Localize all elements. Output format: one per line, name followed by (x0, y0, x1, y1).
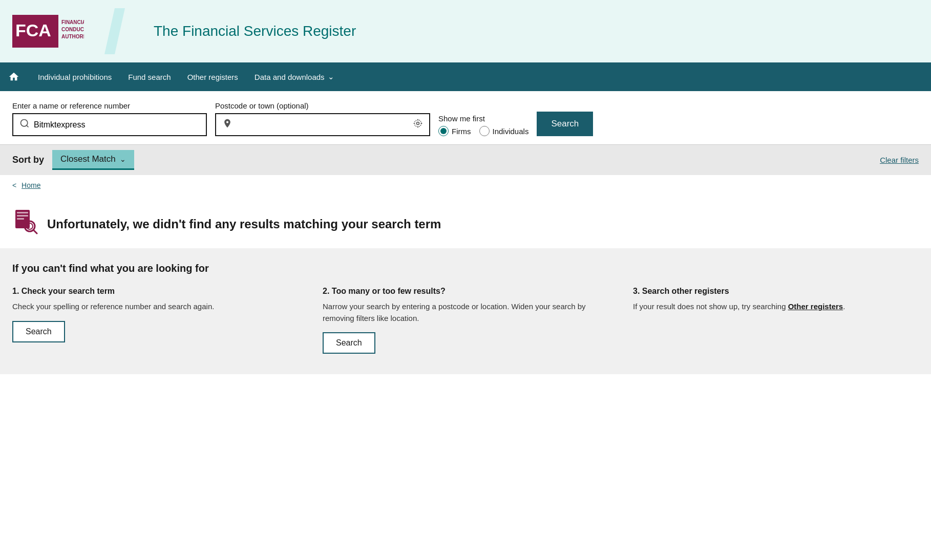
postcode-search-wrapper (215, 113, 430, 136)
svg-point-7 (417, 122, 419, 125)
show-me-group: Show me first Firms Individuals (438, 114, 528, 136)
svg-point-8 (414, 120, 421, 126)
svg-text:AUTHORITY: AUTHORITY (61, 34, 84, 39)
no-results-message: Unfortunately, we didn't find any result… (47, 217, 441, 231)
breadcrumb-home-link[interactable]: Home (22, 181, 40, 189)
search-row: Enter a name or reference number Postcod… (12, 101, 919, 136)
radio-individuals-label: Individuals (493, 127, 529, 136)
search-area: Enter a name or reference number Postcod… (0, 91, 931, 145)
header-divider (104, 8, 125, 54)
svg-text:FCA: FCA (15, 20, 51, 40)
svg-point-5 (21, 120, 28, 126)
page-header: FCA FINANCIAL CONDUCT AUTHORITY The Fina… (0, 0, 931, 62)
help-col-2: 2. Too many or too few results? Narrow y… (323, 287, 608, 354)
name-search-wrapper (12, 113, 207, 136)
svg-rect-11 (17, 215, 28, 217)
nav-individual-prohibitions[interactable]: Individual prohibitions (30, 63, 120, 91)
name-search-input[interactable] (34, 120, 200, 130)
sort-selected-value: Closest Match (60, 154, 116, 164)
radio-firms-label: Firms (452, 127, 471, 136)
radio-firms-option[interactable]: Firms (438, 126, 471, 136)
help-col3-title: 3. Search other registers (633, 287, 919, 296)
help-col2-text: Narrow your search by entering a postcod… (323, 301, 608, 324)
no-results-section: Unfortunately, we didn't find any result… (0, 196, 931, 248)
help-col-3: 3. Search other registers If your result… (633, 287, 919, 354)
svg-rect-12 (17, 218, 24, 220)
svg-text:FINANCIAL: FINANCIAL (61, 19, 84, 25)
sort-chevron-icon: ⌄ (120, 155, 126, 163)
svg-text:CONDUCT: CONDUCT (61, 27, 84, 32)
postcode-search-input[interactable] (237, 120, 413, 130)
logo-area: FCA FINANCIAL CONDUCT AUTHORITY (12, 15, 84, 48)
help-col3-text: If your result does not show up, try sea… (633, 301, 919, 313)
name-search-label: Enter a name or reference number (12, 101, 207, 110)
help-col-1: 1. Check your search term Check your spe… (12, 287, 298, 354)
svg-line-15 (33, 230, 37, 233)
sort-bar: Sort by Closest Match ⌄ Clear filters (0, 145, 931, 175)
fca-logo-icon: FCA FINANCIAL CONDUCT AUTHORITY (12, 15, 84, 48)
radio-firms-input[interactable] (438, 126, 449, 136)
help-col1-title: 1. Check your search term (12, 287, 298, 296)
radio-individuals-input[interactable] (479, 126, 490, 136)
page-title: The Financial Services Register (137, 23, 356, 39)
sort-by-label: Sort by (12, 155, 44, 165)
sort-dropdown-button[interactable]: Closest Match ⌄ (52, 150, 134, 170)
home-nav-icon[interactable] (8, 71, 19, 82)
help-heading: If you can't find what you are looking f… (12, 263, 919, 274)
postcode-search-group: Postcode or town (optional) (215, 101, 430, 136)
help-col2-title: 2. Too many or too few results? (323, 287, 608, 296)
postcode-label: Postcode or town (optional) (215, 101, 430, 110)
main-search-button[interactable]: Search (537, 112, 593, 136)
svg-rect-10 (17, 212, 28, 213)
help-section: If you can't find what you are looking f… (0, 248, 931, 374)
other-registers-link[interactable]: Other registers (788, 302, 843, 311)
show-me-label: Show me first (438, 114, 528, 123)
help-col1-search-button[interactable]: Search (12, 321, 65, 342)
breadcrumb-back-icon: < (12, 181, 16, 189)
location-pin-icon (222, 118, 232, 131)
chevron-down-icon: ⌄ (328, 72, 334, 81)
main-nav: Individual prohibitions Fund search Othe… (0, 62, 931, 91)
help-columns: 1. Check your search term Check your spe… (12, 287, 919, 354)
help-col2-search-button[interactable]: Search (323, 332, 375, 354)
locate-me-icon[interactable] (413, 118, 423, 131)
name-search-group: Enter a name or reference number (12, 101, 207, 136)
radio-row: Firms Individuals (438, 126, 528, 136)
no-results-icon (12, 208, 39, 240)
radio-individuals-option[interactable]: Individuals (479, 126, 529, 136)
nav-other-registers[interactable]: Other registers (179, 63, 246, 91)
help-col1-text: Check your spelling or reference number … (12, 301, 298, 313)
search-icon (19, 118, 30, 131)
nav-fund-search[interactable]: Fund search (120, 63, 179, 91)
clear-filters-link[interactable]: Clear filters (880, 156, 919, 164)
breadcrumb: < Home (0, 175, 931, 196)
nav-data-downloads[interactable]: Data and downloads ⌄ (246, 63, 343, 91)
svg-line-6 (27, 125, 29, 127)
